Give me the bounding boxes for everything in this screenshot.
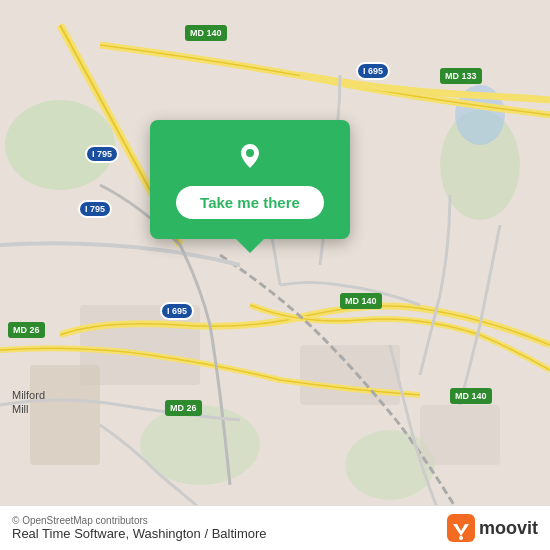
- map-container: I 695 I 795 I 795 I 695 MD 26 MD 26 MD 1…: [0, 0, 550, 550]
- road-badge-md26-left: MD 26: [8, 322, 45, 338]
- road-badge-md26-bot: MD 26: [165, 400, 202, 416]
- svg-rect-8: [420, 405, 500, 465]
- svg-point-11: [246, 149, 254, 157]
- road-badge-md140-right: MD 140: [450, 388, 492, 404]
- bottom-left: © OpenStreetMap contributors Real Time S…: [12, 515, 267, 541]
- svg-point-13: [459, 536, 463, 540]
- app-info-text: Real Time Software, Washington / Baltimo…: [12, 526, 267, 541]
- moovit-logo[interactable]: moovit: [447, 514, 538, 542]
- popup-card: Take me there: [150, 120, 350, 239]
- road-badge-i795-top: I 795: [85, 145, 119, 163]
- road-badge-md140-mid: MD 140: [340, 293, 382, 309]
- road-badge-md140-top: MD 140: [185, 25, 227, 41]
- take-me-there-button[interactable]: Take me there: [176, 186, 324, 219]
- place-label-milford-mill: MilfordMill: [12, 388, 45, 417]
- attribution-text: © OpenStreetMap contributors: [12, 515, 267, 526]
- road-badge-md133: MD 133: [440, 68, 482, 84]
- road-badge-i695-ne: I 695: [356, 62, 390, 80]
- location-pin-icon: [230, 136, 270, 176]
- road-badge-i795-mid: I 795: [78, 200, 112, 218]
- moovit-text: moovit: [479, 518, 538, 539]
- bottom-bar: © OpenStreetMap contributors Real Time S…: [0, 505, 550, 550]
- svg-rect-7: [300, 345, 400, 405]
- moovit-icon: [447, 514, 475, 542]
- road-badge-i695-bot: I 695: [160, 302, 194, 320]
